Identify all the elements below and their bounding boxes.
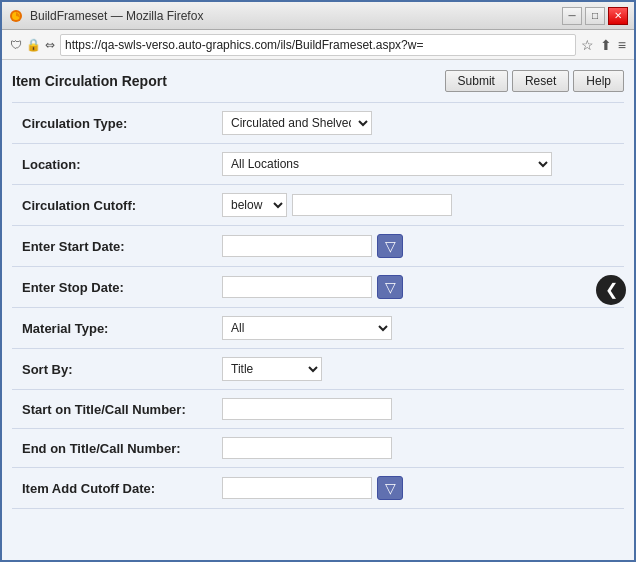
cutoff-row: Circulation Cutoff: below above	[12, 185, 624, 226]
browser-window: BuildFrameset — Mozilla Firefox ─ □ ✕ 🛡 …	[0, 0, 636, 562]
circulation-type-label: Circulation Type:	[12, 103, 212, 144]
minimize-button[interactable]: ─	[562, 7, 582, 25]
material-type-cell: All	[212, 308, 624, 349]
menu-icon[interactable]: ≡	[618, 37, 626, 53]
form-table: Circulation Type: Circulated and Shelved…	[12, 102, 624, 509]
reload-icon: ⇔	[45, 38, 55, 52]
lock-icon: 🔒	[26, 38, 41, 52]
main-content: Item Circulation Report Submit Reset Hel…	[2, 60, 634, 560]
stop-date-row: Enter Stop Date: ▽	[12, 267, 624, 308]
location-label: Location:	[12, 144, 212, 185]
bookmark-icon[interactable]: ☆	[581, 37, 594, 53]
material-type-select[interactable]: All	[222, 316, 392, 340]
page-title: Item Circulation Report	[12, 73, 167, 89]
start-date-input-group: ▽	[222, 234, 614, 258]
cutoff-select[interactable]: below above	[222, 193, 287, 217]
start-title-input[interactable]	[222, 398, 392, 420]
close-button[interactable]: ✕	[608, 7, 628, 25]
start-title-row: Start on Title/Call Number:	[12, 390, 624, 429]
sort-by-label: Sort By:	[12, 349, 212, 390]
item-date-label: Item Add Cutoff Date:	[12, 468, 212, 509]
firefox-icon	[8, 8, 24, 24]
item-date-input[interactable]	[222, 477, 372, 499]
circulation-type-select[interactable]: Circulated and Shelved Circulated Only S…	[222, 111, 372, 135]
cutoff-label: Circulation Cutoff:	[12, 185, 212, 226]
location-row: Location: All Locations	[12, 144, 624, 185]
sort-by-cell: Title Author Call Number	[212, 349, 624, 390]
browser-action-icons: ☆ ⬆ ≡	[581, 37, 626, 53]
start-date-input[interactable]	[222, 235, 372, 257]
start-date-cell: ▽	[212, 226, 624, 267]
window-controls: ─ □ ✕	[562, 7, 628, 25]
start-date-row: Enter Start Date: ▽	[12, 226, 624, 267]
circulation-type-cell: Circulated and Shelved Circulated Only S…	[212, 103, 624, 144]
material-type-label: Material Type:	[12, 308, 212, 349]
share-icon[interactable]: ⬆	[600, 37, 612, 53]
stop-date-cell: ▽	[212, 267, 624, 308]
scroll-back-arrow[interactable]: ❮	[596, 275, 626, 305]
end-title-label: End on Title/Call Number:	[12, 429, 212, 468]
window-title: BuildFrameset — Mozilla Firefox	[30, 9, 562, 23]
item-date-cell: ▽	[212, 468, 624, 509]
url-bar[interactable]	[60, 34, 576, 56]
address-bar: 🛡 🔒 ⇔ ☆ ⬆ ≡	[2, 30, 634, 60]
cutoff-cell: below above	[212, 185, 624, 226]
stop-date-label: Enter Stop Date:	[12, 267, 212, 308]
browser-nav-icons: 🛡 🔒 ⇔	[10, 38, 55, 52]
help-button[interactable]: Help	[573, 70, 624, 92]
start-date-calendar-button[interactable]: ▽	[377, 234, 403, 258]
header-buttons: Submit Reset Help	[445, 70, 624, 92]
start-date-label: Enter Start Date:	[12, 226, 212, 267]
item-date-input-group: ▽	[222, 476, 614, 500]
location-cell: All Locations	[212, 144, 624, 185]
end-title-cell	[212, 429, 624, 468]
end-title-input[interactable]	[222, 437, 392, 459]
maximize-button[interactable]: □	[585, 7, 605, 25]
stop-date-calendar-button[interactable]: ▽	[377, 275, 403, 299]
circulation-type-row: Circulation Type: Circulated and Shelved…	[12, 103, 624, 144]
cutoff-input-group: below above	[222, 193, 614, 217]
shield-icon: 🛡	[10, 38, 22, 52]
stop-date-input[interactable]	[222, 276, 372, 298]
reset-button[interactable]: Reset	[512, 70, 569, 92]
title-bar: BuildFrameset — Mozilla Firefox ─ □ ✕	[2, 2, 634, 30]
start-title-cell	[212, 390, 624, 429]
submit-button[interactable]: Submit	[445, 70, 508, 92]
end-title-row: End on Title/Call Number:	[12, 429, 624, 468]
location-select[interactable]: All Locations	[222, 152, 552, 176]
stop-date-input-group: ▽	[222, 275, 614, 299]
content-wrapper: Item Circulation Report Submit Reset Hel…	[12, 70, 624, 509]
material-type-row: Material Type: All	[12, 308, 624, 349]
start-title-label: Start on Title/Call Number:	[12, 390, 212, 429]
item-date-calendar-button[interactable]: ▽	[377, 476, 403, 500]
sort-by-row: Sort By: Title Author Call Number	[12, 349, 624, 390]
page-header: Item Circulation Report Submit Reset Hel…	[12, 70, 624, 92]
sort-by-select[interactable]: Title Author Call Number	[222, 357, 322, 381]
item-date-row: Item Add Cutoff Date: ▽	[12, 468, 624, 509]
cutoff-value-input[interactable]	[292, 194, 452, 216]
